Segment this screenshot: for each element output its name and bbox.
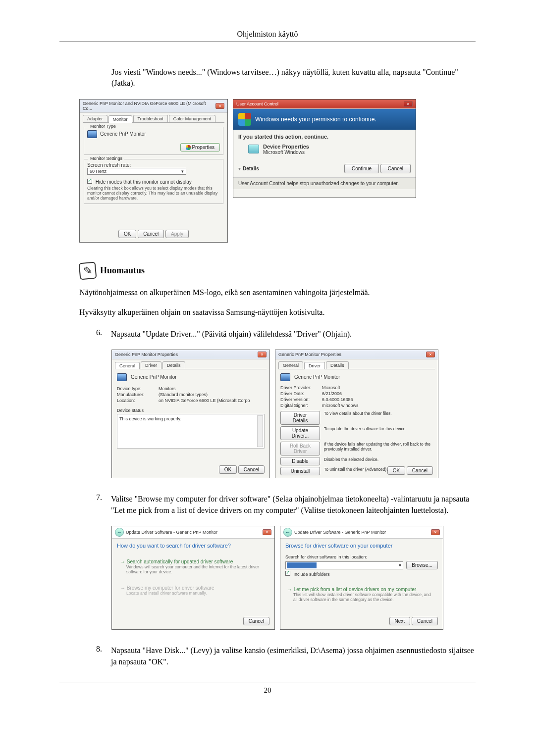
tab-driver[interactable]: Driver: [304, 362, 325, 369]
dialog-device-properties-driver: Generic PnP Monitor Properties × General…: [275, 350, 438, 478]
tab-details[interactable]: Details: [326, 361, 349, 369]
uninstall-button[interactable]: Uninstall: [280, 467, 320, 475]
step-number: 8.: [90, 645, 102, 667]
signer-key: Digital Signer:: [280, 403, 319, 408]
dialog-device-properties-general: Generic PnP Monitor Properties × General…: [111, 350, 270, 478]
tab-color-management[interactable]: Color Management: [169, 115, 216, 122]
status-box: This device is working properly.: [117, 414, 265, 449]
wizard-option-pick[interactable]: → Let me pick from a list of device driv…: [285, 585, 438, 604]
step-text: Napsauta "Update Driver..." (Päivitä ohj…: [111, 328, 476, 340]
wizard-option-auto[interactable]: → Search automatically for updated drive…: [117, 555, 269, 578]
cancel-button[interactable]: Cancel: [380, 164, 411, 173]
header-title: Ohjelmiston käyttö: [59, 30, 476, 39]
refresh-label: Screen refresh rate:: [87, 162, 220, 168]
dialog-title: User Account Control: [236, 101, 278, 106]
update-driver-button[interactable]: Update Driver...: [280, 426, 320, 440]
close-icon[interactable]: ×: [426, 352, 435, 357]
browse-button[interactable]: Browse...: [406, 561, 438, 569]
note-icon: ✎: [79, 261, 97, 280]
step-text: Napsauta "Have Disk..." (Levy) ja valits…: [111, 645, 476, 667]
figure-row-3: ← Update Driver Software - Generic PnP M…: [111, 526, 476, 630]
close-icon[interactable]: ×: [258, 352, 267, 357]
hide-modes-desc: Clearing this check box allows you to se…: [87, 186, 220, 201]
tab-troubleshoot[interactable]: Troubleshoot: [133, 115, 168, 122]
close-icon[interactable]: ×: [215, 103, 224, 109]
tab-general[interactable]: General: [278, 361, 303, 369]
ok-button[interactable]: OK: [118, 230, 136, 238]
intro-paragraph: Jos viesti "Windows needs..." (Windows t…: [111, 67, 476, 89]
hide-modes-label: Hide modes that this monitor cannot disp…: [96, 179, 192, 185]
note-paragraph-2: Hyväksytty alkuperäinen ohjain on saatav…: [79, 307, 476, 318]
hide-modes-checkbox[interactable]: [87, 179, 92, 184]
close-icon[interactable]: ×: [431, 529, 440, 535]
properties-label: Properties: [192, 145, 214, 150]
location-value-highlight: [287, 562, 317, 568]
ok-button[interactable]: OK: [387, 466, 405, 475]
cancel-button[interactable]: Cancel: [412, 617, 438, 625]
chevron-down-icon[interactable]: ▾: [238, 166, 241, 171]
loc-key: Location:: [117, 398, 156, 403]
tab-monitor[interactable]: Monitor: [108, 115, 132, 123]
step-number: 6.: [90, 328, 102, 340]
page-number: 20: [59, 686, 476, 695]
titlebar: User Account Control ×: [233, 100, 416, 109]
back-icon[interactable]: ←: [283, 528, 292, 537]
cancel-button[interactable]: Cancel: [138, 230, 164, 238]
tab-row: General Driver Details: [278, 361, 435, 369]
tab-driver[interactable]: Driver: [141, 361, 161, 369]
next-button[interactable]: Next: [389, 617, 411, 625]
uac-footer: User Account Control helps stop unauthor…: [233, 177, 416, 189]
program-icon: [248, 145, 259, 153]
rollback-driver-button[interactable]: Roll Back Driver: [280, 442, 320, 455]
figure-row-1: Generic PnP Monitor and NVIDIA GeForce 6…: [79, 99, 476, 243]
close-icon[interactable]: ×: [404, 101, 413, 107]
note-heading: ✎ Huomautus: [79, 262, 476, 279]
wizard-option-browse[interactable]: → Browse my computer for driver software…: [117, 582, 269, 599]
disable-button[interactable]: Disable: [280, 457, 320, 465]
dialog-title: Generic PnP Monitor and NVIDIA GeForce 6…: [83, 101, 215, 111]
dialog-update-driver-search: ← Update Driver Software - Generic PnP M…: [111, 526, 275, 630]
ok-button[interactable]: OK: [219, 465, 237, 474]
monitor-icon: [280, 373, 290, 381]
properties-button[interactable]: Properties: [180, 143, 220, 151]
close-icon[interactable]: ×: [263, 529, 271, 535]
dialog-title: Generic PnP Monitor Properties: [115, 352, 178, 357]
cancel-button[interactable]: Cancel: [243, 617, 269, 625]
tab-details[interactable]: Details: [162, 361, 185, 369]
continue-button[interactable]: Continue: [344, 164, 379, 173]
note-paragraph-1: Näytönohjaimessa on alkuperäinen MS-logo…: [79, 287, 476, 298]
dialog-title: Generic PnP Monitor Properties: [278, 352, 341, 357]
include-subfolders-checkbox[interactable]: [285, 571, 290, 576]
back-icon[interactable]: ←: [115, 528, 124, 537]
date-key: Driver Date:: [280, 391, 319, 396]
opt-auto-title: Search automatically for updated driver …: [127, 559, 233, 564]
monitor-icon: [117, 373, 127, 381]
chevron-down-icon[interactable]: ▾: [397, 562, 403, 568]
group-label: Monitor Type: [88, 124, 118, 129]
uac-details-toggle[interactable]: Details: [243, 166, 259, 171]
uac-program-name: Device Properties: [263, 144, 309, 150]
status-label: Device status: [117, 408, 265, 413]
dialog-title: Update Driver Software - Generic PnP Mon…: [294, 530, 386, 535]
location-input[interactable]: ▾: [285, 561, 403, 569]
tab-adapter[interactable]: Adapter: [83, 115, 107, 122]
devtype-key: Device type:: [117, 386, 156, 391]
provider-key: Driver Provider:: [280, 385, 319, 390]
footer-rule: [59, 683, 476, 683]
scrollbar[interactable]: [257, 415, 263, 447]
tab-row: Adapter Monitor Troubleshoot Color Manag…: [83, 115, 224, 123]
apply-button[interactable]: Apply: [165, 230, 189, 238]
titlebar: Generic PnP Monitor Properties ×: [275, 350, 438, 359]
cancel-button[interactable]: Cancel: [238, 465, 265, 474]
cancel-button[interactable]: Cancel: [407, 466, 433, 475]
opt-auto-desc: Windows will search your computer and th…: [126, 564, 266, 574]
refresh-rate-select[interactable]: 60 Hertz ▾: [87, 168, 186, 175]
tab-general[interactable]: General: [115, 362, 140, 369]
driver-details-desc: To view details about the driver files.: [324, 411, 433, 425]
dialog-monitor-adapter: Generic PnP Monitor and NVIDIA GeForce 6…: [79, 99, 228, 243]
header-rule: [59, 42, 476, 42]
shield-icon: [186, 145, 191, 150]
wizard-heading: How do you want to search for driver sof…: [117, 543, 269, 549]
step-text: Valitse "Browse my computer for driver s…: [111, 493, 476, 516]
driver-details-button[interactable]: Driver Details: [280, 411, 320, 425]
